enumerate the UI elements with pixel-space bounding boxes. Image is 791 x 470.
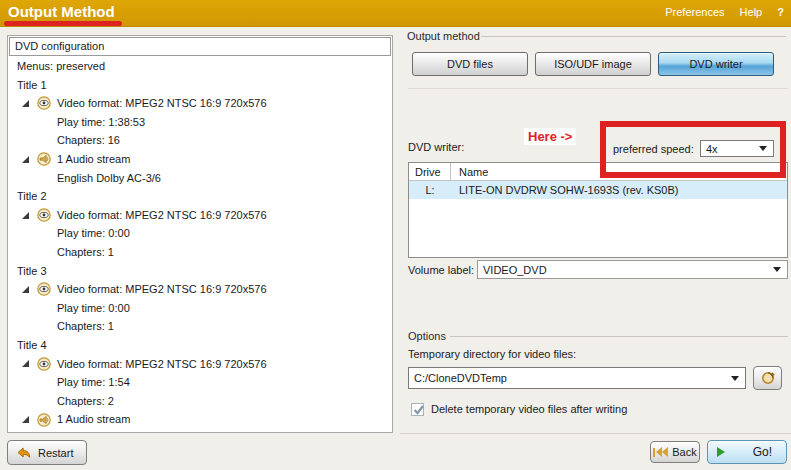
group-divider	[481, 36, 786, 37]
group-divider	[450, 336, 788, 337]
expander-icon[interactable]	[22, 156, 29, 163]
tree-item-label: 1 Audio stream	[57, 150, 130, 169]
expander-icon[interactable]	[22, 212, 29, 219]
tree-item[interactable]: Title 2	[8, 187, 392, 206]
tree-item[interactable]: Play time: 1:38:53	[8, 113, 392, 132]
tree-item-label: Play time: 0:00	[57, 299, 130, 318]
tree-item[interactable]: Title 4	[8, 336, 392, 355]
video-eye-icon	[37, 208, 51, 222]
tree-item-label: English Dolby AC-3/6	[57, 429, 161, 432]
menu-item-preferences[interactable]: Preferences	[665, 6, 724, 18]
tree-item[interactable]: 1 Audio stream	[8, 150, 392, 169]
temp-directory-label: Temporary directory for video files:	[408, 348, 576, 360]
delete-temp-checkbox[interactable]	[411, 403, 424, 416]
expander-icon[interactable]	[22, 416, 29, 423]
tree-item[interactable]: English Dolby AC-3/6	[8, 169, 392, 188]
tree-item-label: Video format: MPEG2 NTSC 16:9 720x576	[57, 355, 267, 374]
restart-button-label: Restart	[38, 447, 73, 459]
tree-item[interactable]: Play time: 0:00	[8, 224, 392, 243]
dvd-writer-button[interactable]: DVD writer	[658, 52, 774, 76]
here-arrow-annotation: Here ->	[524, 128, 576, 145]
options-group-label: Options	[408, 330, 446, 342]
temp-directory-select[interactable]: C:/CloneDVDTemp	[408, 367, 746, 389]
help-question-icon[interactable]: ?	[777, 6, 784, 18]
chevron-down-icon	[773, 267, 781, 272]
tree-item[interactable]: Chapters: 16	[8, 131, 392, 150]
panel-header: DVD configuration	[9, 37, 391, 56]
temp-directory-value: C:/CloneDVDTemp	[409, 372, 731, 384]
skip-back-icon	[653, 447, 668, 457]
tree-item[interactable]: Chapters: 1	[8, 243, 392, 262]
preferred-speed-value: 4x	[701, 143, 759, 155]
tree-item[interactable]: Video format: MPEG2 NTSC 16:9 720x576	[8, 280, 392, 299]
tree-item[interactable]: English Dolby AC-3/6	[8, 429, 392, 432]
column-header-drive[interactable]: Drive	[409, 163, 451, 180]
dvd-files-button[interactable]: DVD files	[412, 52, 528, 76]
preferred-speed-label: preferred speed:	[613, 143, 694, 155]
tree-item[interactable]: 1 Audio stream	[8, 410, 392, 429]
tree-item[interactable]: Menus: preserved	[8, 57, 392, 76]
drive-letter: L:	[409, 181, 451, 199]
drive-name: LITE-ON DVDRW SOHW-1693S (rev. KS0B)	[451, 184, 787, 196]
delete-temp-checkbox-label: Delete temporary video files after writi…	[431, 403, 627, 415]
tree-item-label: Play time: 1:54	[57, 373, 130, 392]
tree-item[interactable]: Play time: 0:00	[8, 299, 392, 318]
dvd-configuration-tree: Menus: preservedTitle 1 Video format: MP…	[8, 57, 392, 432]
back-button[interactable]: Back	[650, 441, 700, 463]
video-eye-icon	[37, 282, 51, 296]
play-icon	[717, 447, 725, 457]
dvd-writer-label: DVD writer:	[408, 141, 464, 153]
go-button-label: Go!	[725, 445, 772, 459]
tree-item-label: Chapters: 16	[57, 131, 120, 150]
tree-item-label: Play time: 1:38:53	[57, 113, 145, 132]
drive-row[interactable]: L: LITE-ON DVDRW SOHW-1693S (rev. KS0B)	[409, 181, 787, 199]
tree-item-label: Play time: 0:00	[57, 224, 130, 243]
dvd-configuration-panel: DVD configuration Menus: preservedTitle …	[7, 35, 393, 433]
tree-item-label: English Dolby AC-3/6	[57, 169, 161, 188]
tree-item-label: Chapters: 1	[57, 243, 114, 262]
drive-table: Drive Name L: LITE-ON DVDRW SOHW-1693S (…	[408, 162, 788, 258]
iso-udf-image-button-label: ISO/UDF image	[554, 58, 632, 70]
tree-item[interactable]: Video format: MPEG2 NTSC 16:9 720x576	[8, 206, 392, 225]
tree-item[interactable]: Title 3	[8, 262, 392, 281]
tree-item-label: Chapters: 1	[57, 317, 114, 336]
expander-icon[interactable]	[22, 286, 29, 293]
audio-speaker-icon	[37, 152, 51, 166]
tree-item[interactable]: Play time: 1:54	[8, 373, 392, 392]
tree-item-label: Menus: preserved	[17, 57, 105, 76]
menubar: Preferences Help ?	[653, 6, 784, 18]
iso-udf-image-button[interactable]: ISO/UDF image	[535, 52, 651, 76]
tree-item[interactable]: Chapters: 1	[8, 317, 392, 336]
dvd-writer-button-label: DVD writer	[689, 58, 742, 70]
tree-item-label: Chapters: 2	[57, 392, 114, 411]
video-eye-icon	[37, 357, 51, 371]
volume-label-value: VIDEO_DVD	[478, 264, 773, 276]
red-underline-annotation	[4, 21, 122, 26]
tree-item-label: Video format: MPEG2 NTSC 16:9 720x576	[57, 94, 267, 113]
output-method-group-label: Output method	[407, 30, 480, 42]
tree-item-label: Title 4	[17, 336, 47, 355]
dvd-files-button-label: DVD files	[447, 58, 493, 70]
preferred-speed-select[interactable]: 4x	[700, 140, 774, 157]
clonedvd-window: Output Method Preferences Help ? DVD con…	[0, 0, 791, 470]
menu-item-help[interactable]: Help	[740, 6, 763, 18]
volume-label-select[interactable]: VIDEO_DVD	[477, 260, 788, 279]
column-header-name[interactable]: Name	[451, 166, 787, 178]
video-eye-icon	[37, 96, 51, 110]
tree-item[interactable]: Title 1	[8, 76, 392, 95]
go-button[interactable]: Go!	[707, 440, 787, 464]
page-title: Output Method	[8, 3, 115, 20]
restart-button[interactable]: Restart	[7, 440, 87, 465]
tree-item[interactable]: Chapters: 2	[8, 392, 392, 411]
browse-directory-button[interactable]	[753, 366, 782, 390]
section-divider	[408, 88, 788, 89]
checkmark-icon	[412, 403, 426, 417]
undo-arrow-icon	[15, 446, 32, 460]
tree-item-label: Video format: MPEG2 NTSC 16:9 720x576	[57, 206, 267, 225]
tree-item[interactable]: Video format: MPEG2 NTSC 16:9 720x576	[8, 94, 392, 113]
tree-item-label: Title 3	[17, 262, 47, 281]
expander-icon[interactable]	[22, 360, 29, 367]
expander-icon[interactable]	[22, 100, 29, 107]
audio-speaker-icon	[37, 413, 51, 427]
tree-item[interactable]: Video format: MPEG2 NTSC 16:9 720x576	[8, 355, 392, 374]
